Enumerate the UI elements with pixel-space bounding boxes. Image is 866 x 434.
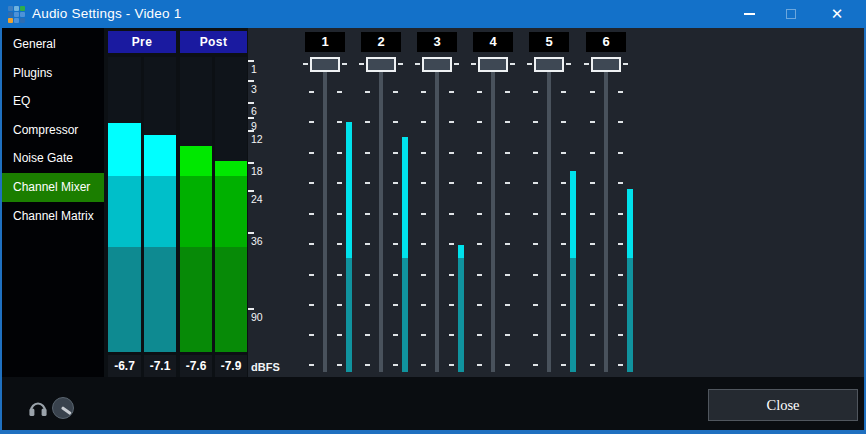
fader-scale-tick [477,213,482,215]
fader-scale-tick [449,364,454,366]
fader-scale-tick [590,334,595,336]
fader-scale-tick [505,334,510,336]
sidebar-item-channel-matrix[interactable]: Channel Matrix [2,202,104,231]
knob-pointer-icon [61,406,71,414]
pre-meter-value-1: -6.7 [108,355,141,377]
monitor-volume-knob[interactable] [52,397,74,419]
sidebar-item-noise-gate[interactable]: Noise Gate [2,144,104,173]
fader-scale-tick [365,121,370,123]
fader-scale-tick [337,243,342,245]
meter-fill [144,135,176,176]
fader-scale-tick [449,274,454,276]
fader-scale-tick [505,364,510,366]
fader-scale-tick [393,91,398,93]
fader-track-1[interactable] [323,60,327,372]
app-icon-square [8,18,13,23]
sidebar-item-eq[interactable]: EQ [2,87,104,116]
fader-handle-tick [510,63,515,65]
channel-column-5: 5 [521,28,577,377]
scale-tick [248,162,254,164]
fader-scale-tick [477,334,482,336]
fader-scale-tick [618,213,623,215]
fader-scale-tick [449,121,454,123]
fader-scale-tick [477,304,482,306]
meter-fill [180,247,212,352]
fader-handle-2[interactable] [366,57,396,72]
fader-scale-tick [533,121,538,123]
fader-scale-tick [393,152,398,154]
scale-tick [248,190,254,192]
fader-track-5[interactable] [547,60,551,372]
fader-scale-tick [533,364,538,366]
sidebar-item-plugins[interactable]: Plugins [2,59,104,88]
fader-track-3[interactable] [435,60,439,372]
app-icon-square [8,12,13,17]
fader-handle-tick [454,63,459,65]
fader-scale-tick [337,182,342,184]
fader-scale-tick [393,274,398,276]
fader-handle-3[interactable] [422,57,452,72]
fader-scale-tick [477,182,482,184]
fader-scale-tick [618,182,623,184]
channel-header-4: 4 [473,32,513,52]
headphones-icon[interactable] [28,399,48,417]
fader-scale-tick [337,304,342,306]
fader-handle-tick [359,63,364,65]
fader-scale-tick [561,152,566,154]
fader-scale-tick [421,152,426,154]
fader-handle-6[interactable] [591,57,621,72]
fader-scale-tick [449,213,454,215]
meter-fill [215,176,247,247]
meter-fill [108,123,141,176]
sidebar-item-general[interactable]: General [2,30,104,59]
post-meter-value-1: -7.6 [180,355,212,377]
fader-scale-tick [421,364,426,366]
fader-handle-tick [342,63,347,65]
fader-scale-tick [309,91,314,93]
fader-handle-1[interactable] [310,57,340,72]
fader-scale-tick [533,182,538,184]
window-border [0,28,2,434]
maximize-button[interactable] [774,0,808,28]
channel-meter-1 [346,258,352,372]
fader-scale-tick [449,182,454,184]
window-close-button[interactable]: ✕ [820,0,854,28]
fader-scale-tick [365,152,370,154]
scale-tick [248,308,254,310]
fader-track-4[interactable] [491,60,495,372]
channel-column-1: 1 [297,28,353,377]
sidebar-item-channel-mixer[interactable]: Channel Mixer [2,173,104,202]
fader-track-6[interactable] [604,60,608,372]
fader-scale-tick [365,304,370,306]
fader-scale-tick [365,243,370,245]
pre-meter-value-2: -7.1 [144,355,176,377]
fader-scale-tick [449,334,454,336]
fader-scale-tick [449,304,454,306]
fader-track-2[interactable] [379,60,383,372]
channel-meter-3 [458,258,464,372]
meter-fill [108,176,141,247]
fader-scale-tick [618,334,623,336]
fader-scale-tick [590,182,595,184]
fader-scale-tick [393,243,398,245]
channel-meter-6 [627,189,633,258]
fader-scale-tick [618,274,623,276]
fader-scale-tick [505,274,510,276]
close-dialog-button[interactable]: Close [708,389,858,421]
fader-scale-tick [561,182,566,184]
sidebar-item-compressor[interactable]: Compressor [2,116,104,145]
channel-meter-5 [570,258,576,372]
fader-handle-4[interactable] [478,57,508,72]
fader-scale-tick [477,243,482,245]
scale-label-3: 3 [251,83,257,95]
meter-fill [108,247,141,352]
fader-scale-tick [449,243,454,245]
fader-scale-tick [393,182,398,184]
channel-column-6: 6 [578,28,634,377]
fader-scale-tick [561,243,566,245]
fader-handle-5[interactable] [534,57,564,72]
fader-scale-tick [561,121,566,123]
pre-post-meter-strip: Pre-6.7-7.1Post-7.6-7.9 [104,28,248,377]
fader-scale-tick [337,152,342,154]
minimize-button[interactable] [732,0,766,28]
